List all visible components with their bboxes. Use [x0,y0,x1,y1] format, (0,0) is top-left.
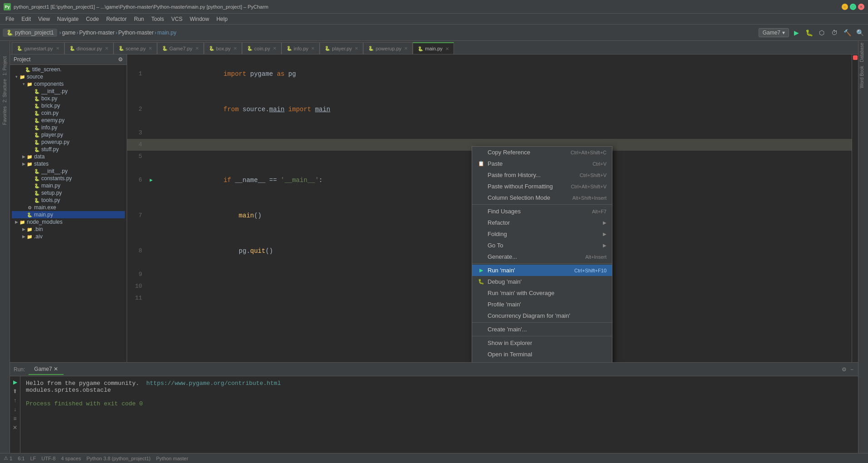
tab-gamestart[interactable]: 🐍 gamestart.py ✕ [12,42,64,54]
cm-copy-reference[interactable]: Copy Reference Ctrl+Alt+Shift+C [472,147,612,158]
tree-box-py[interactable]: 🐍 box.py [12,95,125,102]
favorites-panel-toggle[interactable]: Favorites [1,104,8,127]
tree-stuff-py[interactable]: 🐍 stuff.py [12,146,125,153]
tree-player-py[interactable]: 🐍 player.py [12,131,125,138]
cm-folding[interactable]: Folding ▶ [472,228,612,240]
settings-icon[interactable]: ⚙ [841,365,848,374]
cm-find-usages[interactable]: Find Usages Alt+F7 [472,206,612,217]
cm-debug-main[interactable]: 🐛 Debug 'main' [472,276,612,287]
cm-run-main[interactable]: ▶ Run 'main' Ctrl+Shift+F10 [472,265,612,276]
tab-gamestart-close[interactable]: ✕ [56,46,59,51]
tree-main2-py[interactable]: 🐍 main.py [12,182,125,189]
code-editor-area[interactable]: 1 import pygame as pg 2 [127,54,852,362]
tree-main-py-selected[interactable]: 🐍 main.py [12,211,125,218]
menu-tools[interactable]: Tools [148,15,168,23]
tab-box[interactable]: 🐍 box.py ✕ [204,42,242,54]
menu-refactor[interactable]: Refactor [103,15,130,23]
breadcrumb-main-py[interactable]: main.py [158,30,177,36]
tab-dinosaur-close[interactable]: ✕ [105,46,108,51]
status-line-col[interactable]: 6:1 [18,456,25,461]
cm-open-terminal[interactable]: Open in Terminal [472,349,612,360]
menu-view[interactable]: View [35,15,54,23]
tree-node-modules[interactable]: ▶ 📁 node_modules [12,218,125,226]
tree-powerup-py[interactable]: 🐍 powerup.py [12,138,125,146]
menu-window[interactable]: Window [186,15,213,23]
tree-init2-py[interactable]: 🐍 __init__.py [12,167,125,175]
coverage-button[interactable]: ⬡ [816,27,827,38]
tree-tools-py[interactable]: 🐍 tools.py [12,197,125,204]
tree-title-screen[interactable]: 🐍 title_screen. [12,66,125,73]
close-button[interactable]: ✕ [858,4,864,10]
breadcrumb-python-master[interactable]: Python-master [79,30,114,36]
run-configuration[interactable]: Game7 ▾ [759,28,789,37]
tree-enemy-py[interactable]: 🐍 enemy.py [12,117,125,124]
cm-local-history[interactable]: Local History ▶ [472,360,612,362]
breadcrumb-game[interactable]: game [62,30,75,36]
run-scroll-up-button[interactable]: ↑ [13,396,17,404]
menu-code[interactable]: Code [82,15,103,23]
status-python-master[interactable]: Python master [156,456,188,461]
tree-setup-py[interactable]: 🐍 setup.py [12,189,125,197]
tab-box-close[interactable]: ✕ [233,46,237,51]
menu-vcs[interactable]: VCS [168,15,186,23]
cm-show-explorer[interactable]: Show in Explorer [472,337,612,349]
tab-powerup-close[interactable]: ✕ [404,46,408,51]
search-button[interactable]: 🔍 [854,27,865,38]
status-warnings[interactable]: ⚠ 1 [4,455,12,461]
tab-game7-close[interactable]: ✕ [195,46,199,51]
breadcrumb-python-master2[interactable]: Python-master [118,30,153,36]
status-lf[interactable]: LF [30,456,36,461]
tab-info-close[interactable]: ✕ [311,46,315,51]
cm-goto[interactable]: Go To ▶ [472,240,612,251]
tab-dinosaur[interactable]: 🐍 dinosaur.py ✕ [64,42,113,54]
project-selector[interactable]: 🐍 python_project1 [3,29,57,37]
tree-main-exe[interactable]: ⚙ main.exe [12,204,125,211]
panel-settings-icon[interactable]: ⚙ [118,56,123,63]
cm-run-coverage[interactable]: Run 'main' with Coverage [472,287,612,299]
cm-profile-main[interactable]: Profile 'main' [472,299,612,310]
tree-coin-py[interactable]: 🐍 coin.py [12,109,125,117]
status-encoding[interactable]: UTF-8 [41,456,55,461]
structure-panel-toggle[interactable]: 2: Structure [1,77,8,104]
tab-player-close[interactable]: ✕ [355,46,358,51]
menu-help[interactable]: Help [213,15,232,23]
tree-init-py[interactable]: 🐍 __init__.py [12,88,125,95]
debug-button[interactable]: 🐛 [804,27,814,38]
tab-main-close[interactable]: ✕ [445,46,449,51]
run-close-button[interactable]: ✕ [12,424,18,432]
run-scroll-down-button[interactable]: ↓ [13,405,17,414]
tree-aiv[interactable]: ▶ 📁 .aiv [12,233,125,240]
tree-brick-py[interactable]: 🐍 brick.py [12,102,125,109]
tree-states[interactable]: ▶ 📁 states [12,160,125,167]
cm-create-main[interactable]: Create 'main'... [472,324,612,335]
tab-info[interactable]: 🐍 info.py ✕ [281,42,320,54]
tab-game7[interactable]: 🐍 Game7.py ✕ [157,42,204,54]
database-panel-toggle[interactable]: Database [858,41,865,64]
status-python[interactable]: Python 3.8 (python_project1) [86,456,150,461]
cm-concurrency[interactable]: Concurrency Diagram for 'main' [472,310,612,321]
tab-powerup[interactable]: 🐍 powerup.py ✕ [363,42,413,54]
cm-paste[interactable]: 📋 Paste Ctrl+V [472,158,612,169]
cm-paste-no-format[interactable]: Paste without Formatting Ctrl+Alt+Shift+… [472,181,612,192]
cm-generate[interactable]: Generate... Alt+Insert [472,251,612,262]
menu-file[interactable]: File [2,15,18,23]
tab-player[interactable]: 🐍 player.py ✕ [320,42,363,54]
project-panel-toggle[interactable]: 1: Project [1,54,8,77]
cm-refactor[interactable]: Refactor ▶ [472,217,612,228]
pygame-link[interactable]: https://www.pygame.org/contribute.html [146,380,281,387]
status-indent[interactable]: 4 spaces [61,456,81,461]
tree-source[interactable]: ▾ 📁 source [12,73,125,80]
run-button[interactable]: ▶ [791,27,802,38]
tab-coin-close[interactable]: ✕ [273,46,276,51]
tree-components[interactable]: ▾ 📁 components [12,80,125,88]
run-stop-button[interactable]: ⬆ [12,387,18,395]
run-wrap-button[interactable]: ≡ [12,414,17,423]
minimize-panel-icon[interactable]: − [849,365,854,374]
menu-navigate[interactable]: Navigate [54,15,82,23]
maximize-button[interactable]: □ [850,4,856,10]
tree-info-py[interactable]: 🐍 info.py [12,124,125,131]
cm-column-selection[interactable]: Column Selection Mode Alt+Shift+Insert [472,192,612,203]
bottom-tab-game7[interactable]: Game7 ✕ [29,364,64,375]
tab-scene-close[interactable]: ✕ [148,46,152,51]
profile-button[interactable]: ⏱ [829,27,840,38]
